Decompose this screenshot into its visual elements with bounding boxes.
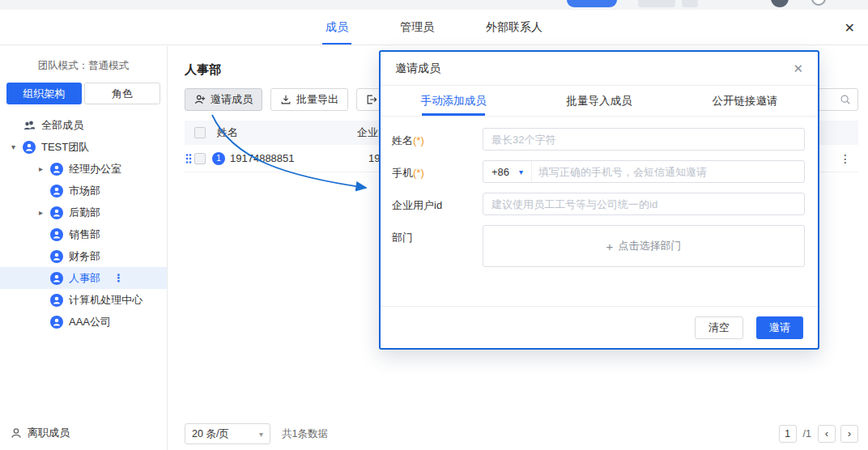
modal-close-icon[interactable]: ✕ [793,62,803,76]
caret-right-icon[interactable]: ▸ [39,164,50,173]
tree-item-label: 市场部 [69,184,100,198]
tab-admins[interactable]: 管理员 [397,10,437,45]
pagination: 20 条/页 ▾ 共1条数据 1 /1 ‹ › [185,422,858,445]
move-out-icon [366,94,377,105]
cropped-avatar[interactable] [771,0,789,7]
tab-manual-add[interactable]: 手动添加成员 [381,86,526,116]
current-page-box[interactable]: 1 [779,425,797,443]
avatar: 1 [212,152,225,165]
clear-button[interactable]: 清空 [695,316,743,339]
sidebar: 团队模式：普通模式 组织架构 角色 全部成员 ▾ TEST团队 ▸ 经理办公室 [0,46,168,450]
tree-item-label: 后勤部 [69,206,100,220]
dept-icon [50,316,63,329]
page-size-value: 20 条/页 [192,427,229,441]
caret-right-icon[interactable]: ▸ [39,208,50,217]
cropped-top-toolbar [0,0,868,10]
tree-item-manager-office[interactable]: ▸ 经理办公室 [0,158,167,180]
tree-item-label: 计算机处理中心 [69,293,143,308]
page-size-select[interactable]: 20 条/页 ▾ [185,423,270,444]
phone-input-group: +86 ▾ [483,160,805,183]
row-more-icon[interactable]: ⋮ [840,152,852,165]
required-mark: (*) [413,167,424,179]
caret-down-icon: ▾ [519,168,523,176]
tab-external-contacts-label: 外部联系人 [486,20,542,35]
total-pages-label: /1 [803,428,811,439]
next-page-button[interactable]: › [840,425,858,443]
page-title: 人事部 [185,62,221,78]
tree-item-finance[interactable]: 财务部 [0,245,167,267]
modal-footer: 清空 邀请 [381,306,818,348]
select-department-button[interactable]: + 点击选择部门 [483,225,805,267]
form-row-userid: 企业用户id [392,193,805,215]
dept-icon [50,206,63,219]
person-plus-icon [194,94,206,105]
phone-field[interactable] [532,166,804,178]
dept-icon [50,228,63,241]
name-field[interactable] [483,128,805,151]
row-checkbox[interactable] [194,153,206,164]
total-count-label: 共1条数据 [282,427,328,441]
tree-item-all-members[interactable]: 全部成员 [0,114,167,136]
invite-member-label: 邀请成员 [211,92,253,107]
tree-item-label: AAA公司 [69,315,111,329]
tab-members[interactable]: 成员 [322,10,351,45]
form-row-name: 姓名(*) [392,128,805,151]
invite-button[interactable]: 邀请 [756,316,803,339]
tab-public-link[interactable]: 公开链接邀请 [672,86,818,116]
sidebar-segment-buttons: 组织架构 角色 [6,83,160,104]
tree-item-label: 全部成员 [41,118,83,133]
dept-icon [50,250,63,263]
modal-body: 姓名(*) 手机(*) +86 ▾ 企业用户id [381,117,818,306]
invite-member-button[interactable]: 邀请成员 [185,88,262,111]
search-icon[interactable] [840,94,851,105]
cropped-primary-button[interactable] [567,0,617,7]
download-icon [280,94,291,105]
tree-item-test-team[interactable]: ▾ TEST团队 [0,136,167,158]
name-label: 姓名(*) [392,128,483,151]
cropped-add-icon[interactable] [811,0,826,6]
tab-external-contacts[interactable]: 外部联系人 [483,10,546,45]
more-icon[interactable]: ⋮ [113,272,125,284]
tree-item-logistics[interactable]: ▸ 后勤部 [0,202,167,223]
plus-icon: + [606,240,614,253]
select-all-checkbox[interactable] [194,127,206,138]
roles-button[interactable]: 角色 [84,83,161,104]
org-structure-button[interactable]: 组织架构 [6,83,82,104]
tab-manual-add-label: 手动添加成员 [421,94,487,108]
department-label: 部门 [392,225,483,267]
tab-members-label: 成员 [326,20,348,35]
pager: 1 /1 ‹ › [779,425,858,443]
modal-header: 邀请成员 ✕ [381,52,818,86]
tree-item-sales[interactable]: 销售部 [0,223,167,245]
tab-batch-import[interactable]: 批量导入成员 [526,86,672,116]
batch-export-label: 批量导出 [296,92,338,107]
tree-item-aaa-company[interactable]: AAA公司 [0,311,167,333]
cropped-toolbar-button[interactable] [638,0,675,7]
batch-export-button[interactable]: 批量导出 [270,88,348,111]
member-group-icon [23,141,36,154]
phone-label: 手机(*) [392,160,483,183]
tree-item-label: 财务部 [69,249,100,264]
close-icon[interactable]: ✕ [845,19,855,35]
modal-title: 邀请成员 [395,62,440,76]
resigned-members-item[interactable]: 离职成员 [0,426,167,440]
member-name: 19174888851 [230,152,295,164]
country-code-select[interactable]: +86 ▾ [483,161,532,182]
tree-item-label: 人事部 [69,271,100,286]
dept-icon [50,294,63,307]
caret-down-icon[interactable]: ▾ [11,142,23,151]
drag-handle-icon[interactable] [185,153,192,163]
enterprise-userid-label: 企业用户id [392,193,483,215]
tree-item-label: 经理办公室 [69,162,121,176]
cropped-toolbar-button-2[interactable] [682,0,698,7]
tab-admins-label: 管理员 [400,20,434,35]
dept-icon [50,163,63,176]
prev-page-button[interactable]: ‹ [818,425,836,443]
enterprise-userid-field[interactable] [483,193,805,215]
tree-item-marketing[interactable]: 市场部 [0,180,167,202]
org-tree: 全部成员 ▾ TEST团队 ▸ 经理办公室 市场部 ▸ 后勤部 [0,114,167,333]
tree-item-computer-center[interactable]: 计算机处理中心 [0,289,167,311]
form-row-phone: 手机(*) +86 ▾ [392,160,805,183]
app-window: 成员 管理员 外部联系人 ✕ 团队模式：普通模式 组织架构 角色 全部成员 ▾ … [0,0,868,450]
tree-item-hr-selected[interactable]: 人事部 ⋮ [0,267,167,289]
